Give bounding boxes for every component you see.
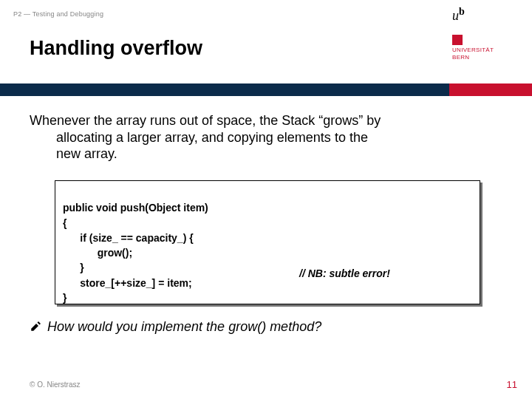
slide-title: Handling overflow: [30, 37, 202, 60]
pencil-icon: [30, 319, 43, 332]
discussion-question: How would you implement the grow() metho…: [30, 319, 502, 335]
code-line: }: [63, 262, 84, 273]
logo-text: UNIVERSITÄT BERN: [452, 47, 519, 61]
university-logo: ub: [452, 6, 519, 24]
question-rest: would you implement the grow() method?: [74, 319, 321, 334]
code-line: {: [63, 217, 66, 229]
para-line: new array.: [56, 146, 502, 163]
code-snippet: public void push(Object item) { if (size…: [55, 180, 480, 304]
para-line: allocating a larger array, and copying e…: [56, 129, 502, 146]
question-lead: How: [47, 319, 74, 334]
logo-red-square: [452, 35, 463, 45]
course-topic: P2 — Testing and Debugging: [13, 10, 103, 18]
copyright: © O. Nierstrasz: [30, 381, 81, 389]
code-line: store_[++size_] = item;: [63, 277, 192, 289]
divider-accent: [449, 83, 532, 96]
logo-mark: ub: [452, 8, 465, 23]
code-line: }: [63, 292, 66, 304]
para-line: Whenever the array runs out of space, th…: [30, 113, 381, 128]
code-line: grow();: [63, 247, 132, 259]
body-paragraph: Whenever the array runs out of space, th…: [30, 112, 502, 163]
code-line: public void push(Object item): [63, 202, 208, 214]
code-comment: // NB: subtle error!: [299, 266, 390, 281]
page-number: 11: [507, 379, 517, 390]
code-line: if (size_ == capacity_) {: [63, 232, 194, 244]
